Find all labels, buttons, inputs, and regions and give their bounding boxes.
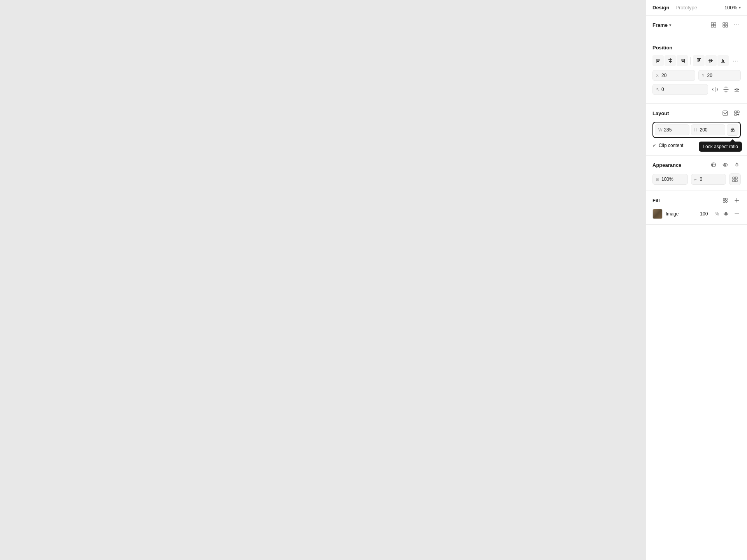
zoom-value: 100%	[724, 5, 737, 10]
appearance-opacity-icon[interactable]	[733, 161, 741, 169]
svg-rect-35	[735, 177, 737, 179]
svg-rect-14	[697, 58, 701, 59]
svg-point-39	[726, 198, 728, 200]
corner-expand-button[interactable]	[729, 173, 741, 185]
svg-rect-8	[670, 58, 671, 63]
frame-more-icon[interactable]: ···	[733, 21, 741, 29]
position-section-header: Position	[652, 45, 741, 51]
svg-point-42	[725, 213, 727, 215]
svg-rect-15	[698, 59, 699, 62]
remove-fill-button[interactable]	[733, 210, 741, 218]
align-center-v-button[interactable]	[705, 55, 717, 66]
align-center-h-button[interactable]	[665, 55, 676, 66]
svg-rect-11	[684, 59, 685, 63]
layout-add-icon[interactable]	[733, 109, 741, 117]
svg-rect-1	[723, 23, 725, 24]
xy-row: X 20 Y 20	[652, 70, 741, 81]
appearance-section-header: Appearance	[652, 161, 741, 169]
frame-section: Frame ▾	[646, 16, 747, 39]
appearance-section-title: Appearance	[652, 162, 681, 168]
svg-rect-29	[735, 114, 736, 116]
tab-prototype[interactable]: Prototype	[675, 5, 697, 10]
appearance-section: Appearance	[646, 156, 747, 191]
x-label: X	[656, 73, 660, 78]
design-panel: Design Prototype 100% ▾ Frame ▾	[646, 0, 747, 560]
corner-radius-field[interactable]: ⌐ 0	[691, 174, 726, 185]
width-field[interactable]: W 285	[655, 124, 689, 135]
svg-point-31	[732, 130, 733, 131]
y-value: 20	[707, 73, 712, 78]
align-bottom-button[interactable]	[717, 55, 729, 66]
svg-rect-28	[737, 111, 739, 113]
image-fill-opacity[interactable]: 100	[700, 211, 712, 217]
svg-rect-2	[726, 23, 728, 24]
frame-section-title: Frame ▾	[652, 22, 671, 28]
svg-rect-4	[726, 25, 728, 27]
svg-point-0	[713, 24, 714, 26]
height-field[interactable]: H 200	[691, 124, 726, 135]
svg-rect-13	[682, 61, 684, 62]
frame-component-icon[interactable]	[721, 21, 729, 29]
add-fill-button[interactable]	[733, 196, 741, 204]
align-row: ···	[652, 55, 741, 66]
lock-aspect-ratio-button[interactable]: Lock aspect ratio	[727, 124, 738, 136]
svg-rect-9	[668, 60, 672, 61]
svg-rect-34	[733, 177, 735, 179]
tab-design[interactable]: Design	[652, 5, 669, 10]
fill-section: Fill	[646, 191, 747, 225]
w-label: W	[658, 128, 662, 132]
more-align-button[interactable]: ···	[730, 55, 741, 66]
zoom-control[interactable]: 100% ▾	[724, 5, 741, 10]
svg-rect-10	[669, 61, 672, 62]
svg-point-40	[723, 201, 725, 203]
svg-rect-12	[681, 60, 684, 61]
layout-section-title: Layout	[652, 110, 669, 116]
svg-rect-26	[723, 111, 728, 116]
svg-point-33	[724, 164, 726, 166]
x-field[interactable]: X 20	[652, 70, 695, 81]
layout-section-icons	[721, 109, 741, 117]
layout-section: Layout	[646, 104, 747, 156]
svg-rect-20	[721, 63, 725, 63]
panel-tabs: Design Prototype	[652, 5, 697, 10]
svg-rect-6	[657, 60, 660, 61]
svg-rect-36	[733, 180, 735, 182]
clip-content-label[interactable]: Clip content	[659, 143, 683, 148]
align-top-button[interactable]	[693, 55, 704, 66]
opacity-corner-row: ⊞ 100% ⌐ 0	[652, 173, 741, 185]
align-left-button[interactable]	[652, 55, 664, 66]
fill-visibility-icon[interactable]	[722, 210, 730, 218]
appearance-style-icon[interactable]	[710, 161, 717, 169]
fill-section-title: Fill	[652, 198, 660, 203]
h-value: 200	[700, 127, 708, 133]
transform-icons	[711, 86, 741, 93]
fill-style-icon[interactable]	[721, 196, 729, 204]
flip-vertical-icon[interactable]	[722, 86, 730, 93]
position-section-title: Position	[652, 45, 672, 51]
corner-icon: ⌐	[694, 177, 698, 182]
image-fill-label[interactable]: Image	[666, 211, 697, 217]
svg-rect-21	[722, 59, 723, 62]
appearance-visibility-icon[interactable]	[721, 161, 729, 169]
align-right-button[interactable]	[677, 55, 688, 66]
frame-dropdown-icon[interactable]: ▾	[669, 23, 671, 27]
rotation-field[interactable]: ↖ 0	[652, 84, 708, 95]
svg-rect-7	[657, 61, 659, 62]
frame-grid-icon[interactable]	[710, 21, 717, 29]
svg-rect-18	[710, 59, 711, 63]
y-label: Y	[702, 73, 706, 78]
opacity-field[interactable]: ⊞ 100%	[652, 174, 688, 185]
wh-row-container: W 285 H 200 Lock aspect ratio	[652, 122, 741, 138]
svg-point-41	[726, 201, 728, 203]
panel-header: Design Prototype 100% ▾	[646, 0, 747, 16]
distribute-icon[interactable]	[733, 86, 741, 93]
image-thumbnail[interactable]	[652, 209, 663, 219]
layout-collapse-icon[interactable]	[721, 109, 729, 117]
x-value: 20	[661, 73, 666, 78]
rotation-value: 0	[661, 87, 664, 92]
y-field[interactable]: Y 20	[698, 70, 741, 81]
svg-rect-27	[735, 111, 736, 113]
flip-horizontal-icon[interactable]	[711, 86, 719, 93]
corner-value: 0	[700, 177, 703, 182]
h-label: H	[694, 128, 698, 132]
